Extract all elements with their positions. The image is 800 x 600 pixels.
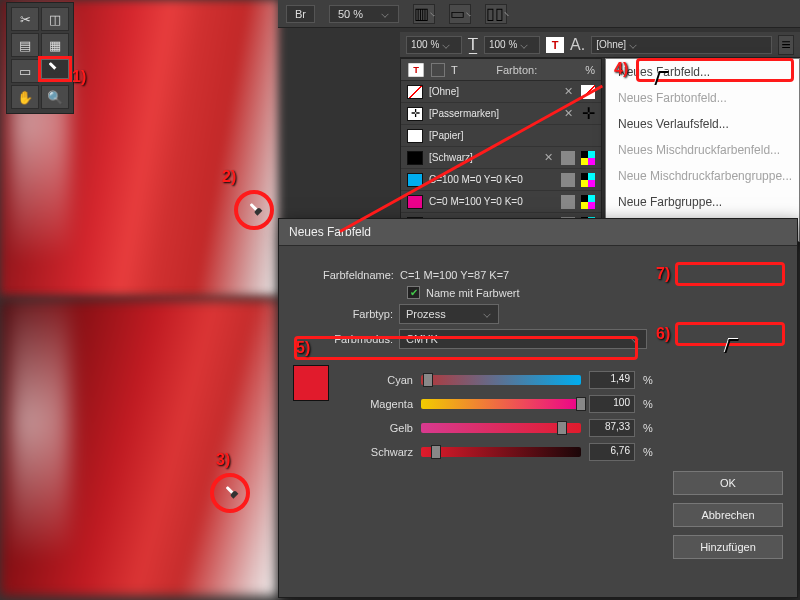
cancel-button[interactable]: Abbrechen [673, 503, 783, 527]
yellow-slider[interactable] [421, 423, 581, 433]
menu-new-gradient-swatch[interactable]: Neues Verlaufsfeld... [606, 111, 799, 137]
formatting-T-icon: T [451, 64, 458, 76]
scissors-tool[interactable]: ✂ [11, 7, 39, 31]
menu-new-mixed-ink-group[interactable]: Neue Mischdruckfarbengruppe... [606, 163, 799, 189]
chevron-down-icon [630, 41, 637, 48]
eyedropper-cursor-icon [245, 199, 268, 222]
T-height-icon: T̲ [468, 35, 478, 54]
swatch-row[interactable]: C=0 M=100 Y=0 K=0 [401, 191, 601, 213]
black-label: Schwarz [343, 446, 413, 458]
annotation-2: 2) [222, 168, 236, 186]
magenta-slider[interactable] [421, 399, 581, 409]
tint-label: Farbton: [496, 64, 537, 76]
registration-icon: ✛ [581, 107, 595, 121]
pct-label: % [643, 422, 655, 434]
gradient-tool[interactable]: ▦ [41, 33, 69, 57]
add-button[interactable]: Hinzufügen [673, 535, 783, 559]
delete-x-icon: ✕ [561, 85, 575, 99]
swatch-row[interactable]: [Schwarz] ✕ [401, 147, 601, 169]
swatch-name: C=100 M=0 Y=0 K=0 [429, 174, 555, 185]
chevron-down-icon [483, 310, 490, 317]
swatch-row[interactable]: [Ohne] ✕ [401, 81, 601, 103]
fill-T-icon[interactable]: T [408, 63, 423, 77]
magenta-label: Magenta [343, 398, 413, 410]
annotation-box-7 [675, 262, 785, 286]
swatches-header: T T Farbton: % [401, 59, 601, 81]
yellow-input[interactable]: 87,33 [589, 419, 635, 437]
ok-button[interactable]: OK [673, 471, 783, 495]
annotation-box-4 [636, 58, 794, 82]
menu-new-tint-swatch[interactable]: Neues Farbtonfeld... [606, 85, 799, 111]
chevron-down-icon [521, 41, 528, 48]
black-slider[interactable] [421, 447, 581, 457]
name-value: C=1 M=100 Y=87 K=7 [400, 269, 509, 281]
menu-new-color-group[interactable]: Neue Farbgruppe... [606, 189, 799, 215]
fill-T-icon[interactable]: T [546, 37, 564, 53]
name-with-value-label: Name mit Farbwert [426, 287, 520, 299]
chevron-down-icon [466, 11, 471, 16]
colortype-select[interactable]: Prozess [399, 304, 499, 324]
swatch-name: [Passermarken] [429, 108, 555, 119]
chevron-down-icon [443, 41, 450, 48]
eyedropper-tool[interactable] [41, 59, 69, 79]
colortype-label: Farbtyp: [293, 308, 393, 320]
tools-panel: ✂ ◫ ▤ ▦ ▭ ✋ 🔍 [6, 2, 74, 114]
swatch-chip-registration: ✛ [407, 107, 423, 121]
annotation-circle-2 [234, 190, 274, 230]
stroke-proxy[interactable] [431, 63, 445, 77]
black-slider-row: Schwarz 6,76 % [343, 443, 783, 461]
swatch-row[interactable]: ✛ [Passermarken] ✕ ✛ [401, 103, 601, 125]
swatch-chip [407, 151, 423, 165]
hand-tool[interactable]: ✋ [11, 85, 39, 109]
noedit-icon: ✕ [541, 151, 555, 165]
swatch-name: C=0 M=100 Y=0 K=0 [429, 196, 555, 207]
annotation-box-5 [294, 336, 638, 360]
eyedropper-icon [44, 58, 65, 79]
yellow-label: Gelb [343, 422, 413, 434]
application-bar: Br 50 % ▥ ▭ ▯▯ [278, 0, 800, 28]
swatch-chip-none [407, 85, 423, 99]
process-icon [561, 195, 575, 209]
gradient-swatch-tool[interactable]: ▤ [11, 33, 39, 57]
color-preview [293, 365, 329, 401]
process-icon [561, 173, 575, 187]
char-style-field[interactable]: [Ohne] [591, 36, 772, 54]
swatch-name: [Ohne] [429, 86, 555, 97]
swatches-flyout-menu: Neues Farbfeld... Neues Farbtonfeld... N… [605, 58, 800, 242]
swatches-panel: T T Farbton: % [Ohne] ✕ ✛ [Passermarken]… [400, 58, 602, 236]
swatch-chip [407, 129, 423, 143]
annotation-1: 1) [72, 68, 86, 86]
pct-label: % [643, 398, 655, 410]
view-options-button[interactable]: ▥ [413, 4, 435, 24]
annotation-circle-3 [210, 473, 250, 513]
annotation-5: 5) [296, 339, 310, 357]
colortype-value: Prozess [406, 308, 446, 320]
pct-label: % [643, 446, 655, 458]
char-style-A-icon: A. [570, 36, 585, 54]
hscale-field[interactable]: 100 % [406, 36, 462, 54]
black-input[interactable]: 6,76 [589, 443, 635, 461]
name-with-value-checkbox[interactable]: ✔ [407, 286, 420, 299]
magenta-input[interactable]: 100 [589, 395, 635, 413]
cyan-slider[interactable] [421, 375, 581, 385]
vscale-value: 100 % [489, 39, 517, 50]
vscale-field[interactable]: 100 % [484, 36, 540, 54]
menu-new-mixed-ink[interactable]: Neues Mischdruckfarbenfeld... [606, 137, 799, 163]
zoom-tool[interactable]: 🔍 [41, 85, 69, 109]
cyan-slider-row: Cyan 1,49 % [343, 371, 783, 389]
free-transform-tool[interactable]: ◫ [41, 7, 69, 31]
cmyk-icon [581, 195, 595, 209]
screen-mode-button[interactable]: ▭ [449, 4, 471, 24]
panel-menu-button[interactable]: ≡ [778, 35, 794, 55]
chevron-down-icon [381, 10, 388, 17]
cyan-input[interactable]: 1,49 [589, 371, 635, 389]
zoom-value: 50 % [338, 8, 363, 20]
note-tool[interactable]: ▭ [11, 59, 39, 83]
arrange-button[interactable]: ▯▯ [485, 4, 507, 24]
annotation-7: 7) [656, 265, 670, 283]
annotation-3: 3) [216, 451, 230, 469]
zoom-level[interactable]: 50 % [329, 5, 399, 23]
char-style-value: [Ohne] [596, 39, 626, 50]
bridge-button[interactable]: Br [286, 5, 315, 23]
cmyk-icon [581, 173, 595, 187]
